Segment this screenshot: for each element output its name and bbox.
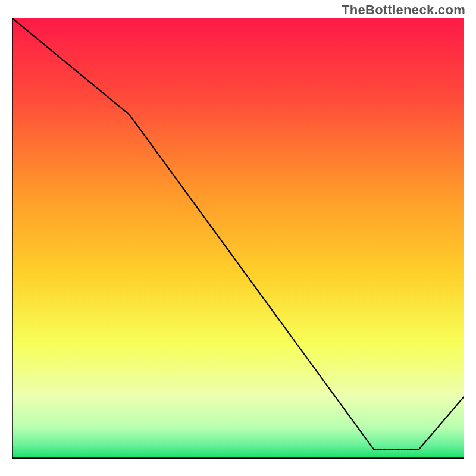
attribution-text: TheBottleneck.com	[342, 2, 465, 18]
chart-svg	[12, 18, 464, 470]
plot-area: ………………	[12, 18, 464, 470]
gradient-background	[12, 18, 464, 458]
